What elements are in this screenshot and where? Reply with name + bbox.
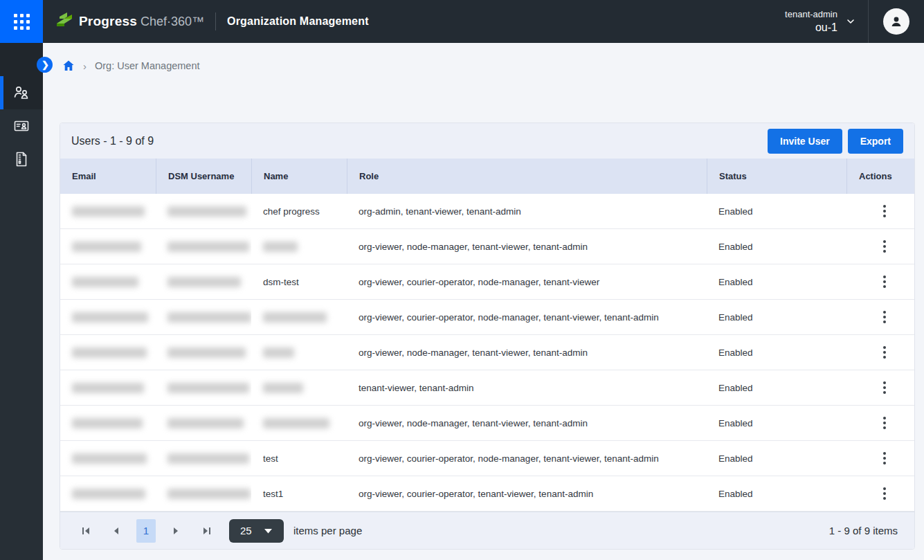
row-actions-kebab-icon[interactable] [878, 307, 891, 327]
redacted-email [72, 453, 147, 464]
column-header-name[interactable]: Name [251, 159, 347, 194]
status-text: Enabled [718, 383, 753, 393]
cell-name [251, 335, 347, 370]
redacted-name [263, 383, 303, 393]
redacted-dsm-username [167, 347, 246, 358]
sidebar-item-documents[interactable] [0, 143, 43, 176]
cell-email [60, 194, 156, 228]
last-page-button[interactable] [194, 519, 218, 543]
status-text: Enabled [718, 242, 753, 252]
redacted-email [72, 312, 148, 323]
cell-name: dsm-test [251, 264, 347, 299]
id-card-icon [12, 117, 30, 135]
users-card: Users - 1 - 9 of 9 Invite User Export Em… [60, 123, 915, 550]
invite-user-button[interactable]: Invite User [768, 129, 842, 154]
next-page-icon [172, 527, 179, 535]
cell-role: org-viewer, courier-operator, node-manag… [347, 300, 707, 334]
row-actions-kebab-icon[interactable] [878, 377, 891, 398]
cell-dsm-username [156, 406, 251, 440]
role-text: org-viewer, courier-operator, node-manag… [359, 453, 659, 464]
cell-email [60, 300, 156, 334]
cell-status: Enabled [707, 370, 846, 405]
status-text: Enabled [718, 277, 753, 287]
redacted-email [72, 418, 143, 428]
cell-actions [846, 476, 914, 511]
cell-actions [846, 194, 914, 228]
cell-email [60, 370, 156, 405]
tenant-context-dropdown[interactable]: tenant-admin ou-1 [785, 8, 855, 35]
cell-name: test1 [251, 476, 347, 511]
sidebar-expand-button[interactable]: ❯ [37, 57, 53, 73]
cell-name: test [251, 441, 347, 476]
cell-email [60, 335, 156, 370]
status-text: Enabled [718, 489, 753, 499]
cell-email [60, 229, 156, 264]
cell-status: Enabled [707, 335, 846, 370]
last-page-icon [202, 527, 211, 535]
row-actions-kebab-icon[interactable] [878, 236, 891, 257]
cell-status: Enabled [707, 229, 846, 264]
column-header-role[interactable]: Role [347, 159, 707, 194]
column-header-actions: Actions [846, 159, 914, 194]
row-actions-kebab-icon[interactable] [878, 483, 891, 504]
role-text: org-viewer, courier-operator, tenant-vie… [359, 489, 593, 499]
cell-dsm-username [156, 300, 251, 334]
cell-name [251, 406, 347, 440]
export-button[interactable]: Export [848, 129, 903, 154]
column-header-email[interactable]: Email [60, 159, 156, 194]
cell-dsm-username [156, 476, 251, 511]
table-row: test org-viewer, courier-operator, node-… [60, 441, 914, 476]
previous-page-icon [113, 527, 120, 535]
header-divider [215, 12, 216, 30]
first-page-icon [82, 527, 91, 535]
card-header: Users - 1 - 9 of 9 Invite User Export [60, 123, 914, 159]
column-header-status[interactable]: Status [707, 159, 846, 194]
card-title: Users - 1 - 9 of 9 [71, 135, 154, 147]
column-header-dsm-username[interactable]: DSM Username [156, 159, 251, 194]
cell-actions [846, 370, 914, 405]
top-bar: Progress Chef·360™ Organization Manageme… [0, 0, 924, 43]
brand-product: Chef·360™ [141, 15, 204, 29]
redacted-dsm-username [167, 277, 241, 287]
row-actions-kebab-icon[interactable] [878, 342, 891, 363]
page-number-button[interactable]: 1 [136, 519, 156, 543]
cell-dsm-username [156, 264, 251, 299]
redacted-email [72, 242, 141, 252]
cell-role: org-viewer, courier-operator, node-manag… [347, 441, 707, 476]
previous-page-button[interactable] [105, 519, 128, 543]
app-launcher-button[interactable] [0, 0, 43, 43]
cell-name [251, 300, 347, 334]
row-actions-kebab-icon[interactable] [878, 413, 891, 433]
user-avatar-button[interactable] [883, 8, 909, 35]
home-icon[interactable] [62, 60, 75, 72]
cell-role: org-viewer, node-manager, tenant-viewer,… [347, 229, 707, 264]
cell-actions [846, 264, 914, 299]
status-text: Enabled [718, 312, 753, 323]
cell-actions [846, 335, 914, 370]
chevron-down-icon [846, 17, 855, 26]
row-actions-kebab-icon[interactable] [878, 201, 891, 222]
table-body: chef progress org-admin, tenant-viewer, … [60, 194, 914, 512]
page-size-dropdown[interactable]: 25 [229, 519, 284, 543]
cell-dsm-username [156, 441, 251, 476]
sidebar-item-users[interactable] [0, 76, 43, 109]
redacted-email [72, 383, 144, 393]
row-actions-kebab-icon[interactable] [878, 271, 891, 292]
next-page-button[interactable] [164, 519, 188, 543]
brand-name: Progress [79, 14, 137, 29]
pagination-range-label: 1 - 9 of 9 items [829, 525, 900, 536]
name-text: dsm-test [263, 277, 299, 287]
cell-role: org-admin, tenant-viewer, tenant-admin [347, 194, 707, 228]
breadcrumb-chevron-icon: › [83, 60, 87, 72]
redacted-name [263, 347, 294, 358]
table-row: test1 org-viewer, courier-operator, tena… [60, 476, 914, 512]
sidebar-item-roles[interactable] [0, 109, 43, 143]
name-text: test [263, 453, 278, 464]
first-page-button[interactable] [74, 519, 98, 543]
row-actions-kebab-icon[interactable] [878, 448, 891, 469]
sidebar [0, 43, 43, 560]
brand-logo: Progress Chef·360™ [55, 12, 204, 30]
cell-email [60, 476, 156, 511]
cell-dsm-username [156, 370, 251, 405]
redacted-name [263, 242, 298, 252]
